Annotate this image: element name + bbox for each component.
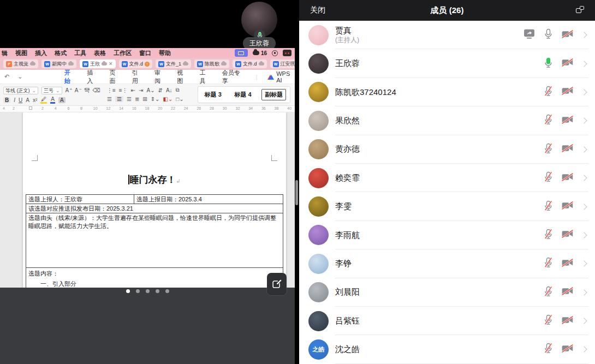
chevron-right-icon[interactable]	[581, 61, 587, 67]
member-row[interactable]: 李雨航	[299, 221, 595, 249]
style-item-标题 3[interactable]: 标题 3	[202, 89, 224, 100]
menubar-item-工具[interactable]: 工具	[74, 49, 86, 57]
strike-button[interactable]: A	[26, 97, 29, 103]
chevron-right-icon[interactable]	[581, 118, 587, 124]
font-grow-shrink-icons[interactable]: A⁺ A⁻ 彎 ⌫	[66, 87, 101, 94]
mic-muted-icon[interactable]	[544, 200, 553, 213]
mic-muted-icon[interactable]	[544, 286, 553, 299]
mic-on-icon[interactable]	[544, 28, 553, 41]
camera-off-icon[interactable]	[562, 259, 573, 269]
paragraph-icons-row1[interactable]: ⋮≡≡⋮⇤⇥A⌄⇵A↓⧉	[107, 87, 180, 93]
doc-type-icon: W	[273, 61, 279, 67]
mic-muted-icon[interactable]	[544, 343, 553, 356]
member-row[interactable]: 吕紫钰	[299, 307, 595, 335]
pager-dot	[136, 289, 140, 293]
close-button[interactable]: 关闭	[310, 5, 325, 15]
chevron-right-icon[interactable]	[581, 175, 587, 181]
doc-tab[interactable]: W江安琪	[270, 59, 295, 68]
menubar-item-插入[interactable]: 插入	[35, 49, 47, 57]
chevron-right-icon[interactable]	[581, 318, 587, 324]
chevron-right-icon[interactable]	[581, 204, 587, 210]
font-color-button[interactable]: A	[50, 96, 55, 104]
mic-muted-icon[interactable]	[544, 314, 553, 327]
member-row[interactable]: 之皓沈之皓	[299, 335, 595, 363]
font-name-select[interactable]: 等线 (正文)⌄	[3, 87, 38, 94]
member-row[interactable]: 李雯	[299, 192, 595, 220]
ruler-number: 2	[41, 106, 44, 110]
chevron-right-icon[interactable]	[581, 32, 587, 38]
mic-muted-icon[interactable]	[544, 257, 553, 270]
highlight-color-button[interactable]: 🖉	[40, 96, 47, 104]
menubar-item-表格[interactable]: 表格	[94, 49, 106, 57]
char-shading-button[interactable]: A	[58, 97, 66, 103]
mic-active-icon[interactable]	[544, 57, 553, 70]
member-avatar	[308, 53, 329, 74]
chevron-right-icon[interactable]	[581, 89, 587, 95]
mic-muted-icon[interactable]	[544, 229, 553, 242]
chevron-right-icon[interactable]	[581, 146, 587, 152]
page-corner-mark-right	[271, 155, 277, 161]
camera-off-icon[interactable]	[562, 58, 573, 69]
chevron-right-icon[interactable]	[581, 261, 587, 267]
record-icon[interactable]	[272, 50, 278, 56]
screen-sharing-icon	[523, 29, 535, 41]
member-row[interactable]: 赖奕霏	[299, 164, 595, 192]
member-row[interactable]: 王欣蓉	[299, 49, 595, 77]
menubar-item-格式[interactable]: 格式	[55, 49, 67, 57]
popout-window-icon[interactable]	[576, 6, 584, 13]
style-item-标题 4[interactable]: 标题 4	[231, 89, 254, 100]
cloud-sync-icon	[102, 62, 107, 65]
document-page[interactable]: 睡门永存！↲ ⠿ 选题上报人：王欣蓉 选题上报日期：2025.3.4 该选题对应…	[23, 112, 286, 308]
camera-off-icon[interactable]	[562, 173, 573, 183]
undo-redo-icons[interactable]: ↶ ⌄	[4, 73, 26, 80]
ruler-number: 18	[145, 106, 150, 110]
wps-ai-button[interactable]: WPS AI	[269, 70, 295, 83]
camera-off-icon[interactable]	[562, 87, 573, 97]
member-name-block: 刘晨阳	[335, 287, 360, 297]
chevron-right-icon[interactable]	[581, 347, 587, 353]
member-name: 李雯	[335, 201, 352, 212]
member-avatar	[308, 168, 329, 188]
camera-off-icon[interactable]	[562, 30, 573, 40]
member-row[interactable]: 果欣然	[299, 106, 595, 135]
camera-off-icon[interactable]	[562, 201, 573, 212]
font-size-select[interactable]: 三号⌄	[41, 87, 62, 94]
paragraph-icons-row2[interactable]: ☰☰☰≣⊞⇕⌄◧⌄□⌄	[107, 96, 184, 102]
table-cell-reporter: 选题上报人：王欣蓉	[26, 195, 134, 204]
mic-muted-icon[interactable]	[544, 114, 553, 127]
style-item-副标题[interactable]: 副标题	[261, 89, 286, 100]
screen-share-indicator-icon[interactable]	[235, 49, 248, 57]
member-row[interactable]: 黄亦德	[299, 135, 595, 164]
member-row[interactable]: 李铮	[299, 249, 595, 278]
menubar-item-工作区[interactable]: 工作区	[114, 49, 132, 57]
annotation-tool-button[interactable]	[267, 273, 287, 295]
mic-muted-icon[interactable]	[544, 86, 553, 99]
camera-off-icon[interactable]	[562, 316, 573, 326]
menubar-item-辑[interactable]: 辑	[2, 49, 8, 57]
chevron-right-icon[interactable]	[581, 232, 587, 238]
member-list-scrollbar[interactable]	[295, 180, 298, 205]
meeting-icon	[253, 51, 259, 55]
camera-off-icon[interactable]	[562, 344, 573, 355]
underline-button[interactable]: U	[19, 97, 22, 103]
camera-off-icon[interactable]	[562, 230, 573, 240]
menubar-item-视图[interactable]: 视图	[15, 49, 27, 57]
camera-off-icon[interactable]	[562, 287, 573, 297]
camera-off-icon[interactable]	[562, 116, 573, 126]
member-row[interactable]: 贾真(主持人)	[299, 21, 595, 49]
menubar-item-窗口[interactable]: 窗口	[139, 49, 151, 57]
chevron-right-icon[interactable]	[581, 289, 587, 295]
camera-off-icon[interactable]	[562, 144, 573, 154]
bold-button[interactable]: B	[3, 97, 10, 103]
style-gallery: 标题 3标题 4副标题	[198, 86, 290, 103]
menubar-item-帮助[interactable]: 帮助	[159, 49, 171, 57]
member-row[interactable]: 刘晨阳	[299, 278, 595, 307]
italic-button[interactable]: I	[14, 97, 15, 103]
doc-type-icon: P	[6, 61, 12, 67]
member-row[interactable]: 陈凯歌37240124	[299, 78, 595, 106]
indent-marker[interactable]	[29, 106, 32, 110]
mic-muted-icon[interactable]	[544, 143, 553, 156]
superscript-button[interactable]: x²	[33, 97, 37, 103]
doc-tab[interactable]: P主视觉	[3, 59, 38, 68]
mic-muted-icon[interactable]	[544, 171, 553, 184]
